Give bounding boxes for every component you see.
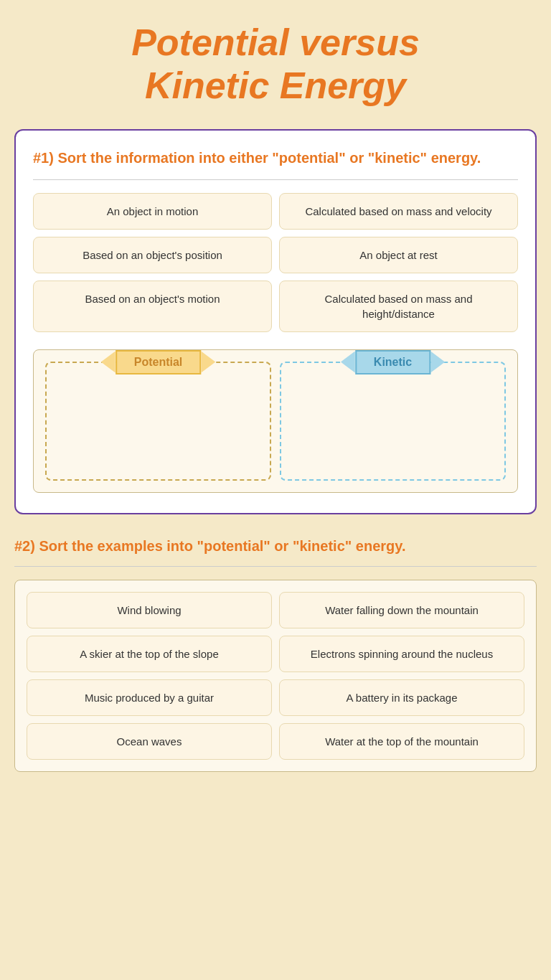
sort-card-c4[interactable]: An object at rest (279, 237, 518, 273)
divider1 (33, 179, 518, 180)
sort-card-c1[interactable]: An object in motion (33, 193, 272, 230)
section2-wrapper: #2) Sort the examples into "potential" o… (14, 529, 537, 772)
kinetic-label: Kinetic (355, 350, 430, 374)
sort-card-c2[interactable]: Calculated based on mass and velocity (279, 193, 518, 230)
section1-card: #1) Sort the information into either "po… (14, 129, 537, 514)
section2-title: #2) Sort the examples into "potential" o… (14, 529, 537, 556)
example-card-e8[interactable]: Water at the top of the mountain (279, 723, 524, 760)
divider2 (14, 566, 537, 567)
sort-card-c3[interactable]: Based on an object's position (33, 237, 272, 273)
example-card-e1[interactable]: Wind blowing (27, 592, 272, 628)
potential-label: Potential (116, 350, 202, 374)
example-card-e4[interactable]: Electrons spinning around the nucleus (279, 636, 524, 672)
dropzone-container: Potential Kinetic (33, 349, 518, 493)
kinetic-banner: Kinetic (341, 350, 445, 374)
header: Potential versus Kinetic Energy (0, 0, 551, 122)
example-card-e6[interactable]: A battery in its package (279, 679, 524, 716)
section2-grid: Wind blowingWater falling down the mount… (14, 580, 537, 772)
potential-dropzone[interactable]: Potential (45, 362, 271, 481)
sort-card-c5[interactable]: Based on an object's motion (33, 281, 272, 332)
page-title: Potential versus Kinetic Energy (14, 22, 537, 108)
sort-cards-grid: An object in motionCalculated based on m… (33, 193, 518, 332)
example-card-e3[interactable]: A skier at the top of the slope (27, 636, 272, 672)
kinetic-dropzone[interactable]: Kinetic (280, 362, 506, 481)
banner-right-arrow (201, 352, 215, 373)
section1-title: #1) Sort the information into either "po… (33, 148, 518, 168)
kinetic-banner-left (341, 352, 355, 373)
banner-left-arrow (101, 352, 116, 373)
example-card-e5[interactable]: Music produced by a guitar (27, 679, 272, 716)
kinetic-banner-right (430, 352, 445, 373)
sort-card-c6[interactable]: Calculated based on mass and height/dist… (279, 281, 518, 332)
example-card-e7[interactable]: Ocean waves (27, 723, 272, 760)
potential-banner: Potential (101, 350, 216, 374)
example-card-e2[interactable]: Water falling down the mountain (279, 592, 524, 628)
